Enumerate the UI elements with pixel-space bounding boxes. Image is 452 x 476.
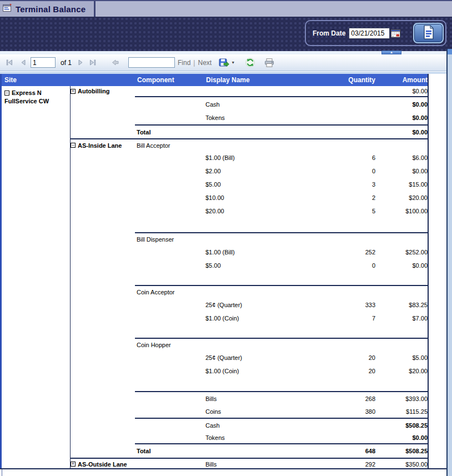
- component-cell: Bill Dispenser: [137, 236, 174, 243]
- component-cell: Bill Acceptor: [137, 142, 170, 149]
- amount-cell: $350.00: [375, 461, 429, 468]
- table-row: $20.00 5 $100.00: [2, 204, 429, 218]
- display-name-cell: $5.00: [205, 262, 221, 269]
- previous-page-button[interactable]: [20, 59, 26, 66]
- table-row: Tokens $0.00: [2, 111, 429, 124]
- next-page-button[interactable]: [78, 59, 84, 66]
- amount-cell: $0.00: [375, 434, 429, 441]
- first-page-button[interactable]: [6, 59, 13, 66]
- print-button[interactable]: [264, 58, 274, 67]
- first-page-icon: [6, 59, 13, 68]
- display-name-cell: $2.00: [205, 168, 221, 174]
- view-report-button[interactable]: [413, 23, 444, 43]
- amount-cell: $5.00: [375, 354, 429, 361]
- table-row: Total 648 $508.25: [2, 444, 429, 458]
- quantity-cell: 380: [221, 408, 375, 415]
- amount-cell: $20.00: [375, 368, 429, 374]
- display-name-cell: Tokens: [205, 114, 225, 121]
- find-next-link[interactable]: Next: [198, 59, 212, 67]
- table-row: $5.00 0 $0.00: [2, 259, 429, 272]
- amount-cell: $0.00: [375, 168, 429, 174]
- display-name-cell: Bills: [205, 461, 217, 468]
- collapse-parameters-tab[interactable]: ▲: [381, 51, 401, 54]
- display-name-cell: Coins: [205, 408, 221, 415]
- previous-page-icon: [20, 59, 26, 68]
- quantity-cell: 0: [221, 262, 375, 269]
- amount-cell: $252.00: [375, 249, 429, 255]
- terminal-name: AS-Outside Lane: [78, 461, 127, 468]
- page-title: Terminal Balance: [16, 4, 86, 14]
- quantity-cell: 252: [235, 249, 375, 255]
- table-header-row: Site Component Display Name Quantity Amo…: [0, 74, 429, 86]
- display-name-cell: Cash: [205, 101, 220, 108]
- page-count-label: of 1: [61, 59, 72, 67]
- page-number-input[interactable]: [31, 57, 56, 68]
- section-gap: [2, 378, 429, 391]
- site-expand-toggle[interactable]: −: [4, 91, 9, 96]
- terminal-expand-toggle[interactable]: −: [71, 143, 76, 148]
- report-table: − Express N FullService CW +Autobilling …: [2, 86, 429, 468]
- amount-cell: $0.00: [375, 129, 429, 136]
- amount-cell: $0.00: [375, 262, 429, 269]
- scrollbar-up-button[interactable]: [448, 49, 452, 54]
- back-arrow-icon: [111, 59, 119, 68]
- component-cell: Coin Acceptor: [137, 289, 174, 295]
- table-right-border: [428, 74, 429, 468]
- section-gap: [2, 325, 429, 338]
- amount-cell: $0.00: [375, 101, 429, 108]
- component-cell: Coin Hopper: [137, 342, 171, 348]
- table-row: Tokens $0.00: [2, 432, 429, 443]
- back-to-parent-report-button[interactable]: [111, 59, 119, 66]
- amount-cell: $0.00: [375, 88, 429, 94]
- quantity-cell: 648: [150, 448, 375, 454]
- quantity-cell: 7: [239, 315, 375, 322]
- quantity-cell: 292: [217, 461, 375, 468]
- site-name-line2: FullService CW: [4, 98, 49, 104]
- report-toolbar: of 1 Find | N: [0, 54, 446, 71]
- column-header-amount: Amount: [375, 76, 429, 84]
- calendar-icon: [391, 31, 401, 39]
- display-name-cell: $1.00 (Coin): [205, 368, 239, 374]
- display-name-cell: $5.00: [205, 181, 221, 188]
- total-label: Total: [137, 129, 150, 136]
- parameters-band: From Date: [0, 17, 452, 51]
- refresh-button[interactable]: [245, 58, 255, 67]
- search-input[interactable]: [128, 57, 175, 68]
- calendar-button[interactable]: [391, 29, 401, 38]
- terminal-expand-toggle[interactable]: +: [71, 462, 76, 467]
- last-page-button[interactable]: [89, 59, 97, 66]
- quantity-cell: 6: [235, 154, 375, 161]
- page-left-edge: [2, 469, 2, 476]
- quantity-cell: 20: [242, 354, 375, 361]
- amount-cell: $100.00: [375, 208, 429, 214]
- display-name-cell: 25¢ (Quarter): [205, 302, 242, 308]
- last-page-icon: [89, 59, 97, 68]
- table-row: $5.00 3 $15.00: [2, 178, 429, 191]
- quantity-cell: 3: [221, 181, 375, 188]
- table-row: $1.00 (Coin) 20 $20.00: [2, 364, 429, 378]
- table-row: Coin Hopper: [2, 339, 429, 351]
- quantity-cell: 333: [242, 302, 375, 308]
- refresh-icon: [245, 61, 255, 69]
- export-button[interactable]: ▼: [219, 58, 235, 67]
- table-row: +AS-Outside Lane Bills 292 $350.00: [2, 459, 429, 468]
- table-row: Coins 380 $115.25: [2, 405, 429, 418]
- tab-strip: Terminal Balance: [0, 0, 452, 17]
- table-row: Bill Dispenser: [2, 233, 429, 245]
- display-name-cell: 25¢ (Quarter): [205, 354, 242, 361]
- from-date-label: From Date: [313, 29, 345, 37]
- quantity-cell: 268: [217, 395, 375, 402]
- amount-cell: $20.00: [375, 194, 429, 201]
- table-row: Cash $508.25: [2, 419, 429, 432]
- column-header-quantity: Quantity: [280, 76, 375, 84]
- vertical-scrollbar[interactable]: [448, 49, 452, 476]
- terminal-expand-toggle[interactable]: +: [71, 89, 76, 94]
- quantity-cell: 2: [224, 194, 375, 201]
- section-gap: [2, 218, 429, 232]
- from-date-input[interactable]: [349, 28, 390, 39]
- table-row: Total $0.00: [2, 126, 429, 138]
- window-tab[interactable]: Terminal Balance: [0, 1, 96, 17]
- table-row: $2.00 0 $0.00: [2, 164, 429, 178]
- find-link[interactable]: Find: [178, 59, 190, 67]
- table-row: Coin Acceptor: [2, 286, 429, 298]
